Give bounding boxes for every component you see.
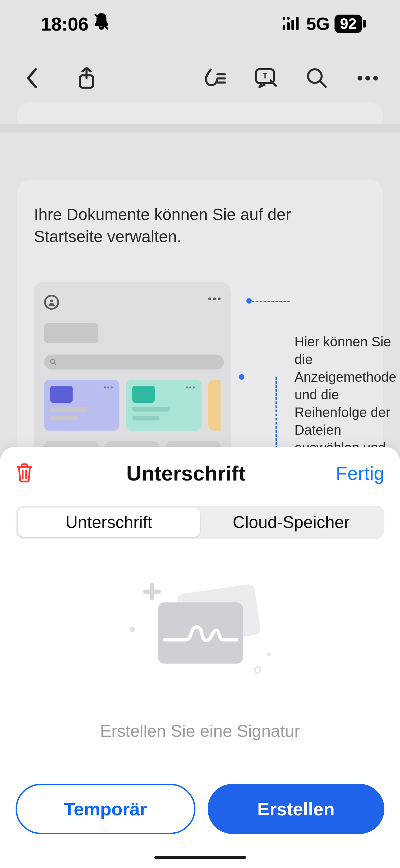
callout-dot-1 <box>246 298 252 304</box>
svg-point-5 <box>287 17 290 20</box>
search-icon[interactable] <box>305 66 329 90</box>
signature-illustration <box>129 582 271 684</box>
battery-indicator: 92 <box>335 15 366 33</box>
callout-dot-2 <box>239 374 244 380</box>
svg-point-12 <box>358 76 362 80</box>
svg-point-14 <box>373 76 378 80</box>
svg-point-15 <box>50 300 53 302</box>
empty-caption: Erstellen Sie eine Signatur <box>100 721 300 741</box>
empty-state: Erstellen Sie eine Signatur <box>0 539 400 784</box>
svg-point-21 <box>267 652 271 656</box>
svg-text:T: T <box>263 71 267 80</box>
dot-icon <box>129 626 136 633</box>
done-button[interactable]: Fertig <box>336 462 384 484</box>
tab-cloud-storage[interactable]: Cloud-Speicher <box>200 508 383 537</box>
bell-off-icon <box>93 13 110 35</box>
svg-rect-0 <box>283 25 285 30</box>
status-time: 18:06 <box>41 13 89 35</box>
preview-tile-2 <box>126 380 202 431</box>
svg-point-4 <box>283 17 285 20</box>
home-indicator[interactable] <box>154 856 246 859</box>
callout-connector <box>252 301 290 302</box>
ink-settings-icon[interactable] <box>203 66 227 90</box>
text-annotation-icon[interactable]: T <box>254 66 278 90</box>
preview-search <box>44 355 224 369</box>
delete-button[interactable] <box>16 463 36 484</box>
temporary-button[interactable]: Temporär <box>16 784 195 834</box>
signal-icon <box>283 14 302 34</box>
svg-point-16 <box>51 359 55 363</box>
sparkle-icon <box>142 582 161 601</box>
bg-divider <box>0 124 400 132</box>
bg-card-top <box>17 102 383 124</box>
toolbar: T <box>0 58 400 98</box>
sheet-title: Unterschrift <box>126 461 245 485</box>
dashboard-preview <box>34 282 231 458</box>
svg-rect-1 <box>287 22 290 30</box>
preview-tile-1 <box>44 380 119 431</box>
svg-point-17 <box>130 627 135 632</box>
svg-point-13 <box>365 76 370 80</box>
preview-tile-3 <box>208 380 221 431</box>
svg-point-6 <box>291 17 294 20</box>
battery-percent: 92 <box>335 15 362 33</box>
avatar-icon <box>44 295 59 310</box>
share-icon[interactable] <box>75 66 98 90</box>
segmented-control: Unterschrift Cloud-Speicher <box>16 506 384 539</box>
svg-rect-2 <box>291 20 294 30</box>
network-label: 5G <box>306 14 330 34</box>
more-icon[interactable] <box>356 66 380 90</box>
signature-sheet: Unterschrift Fertig Unterschrift Cloud-S… <box>0 447 400 868</box>
dot-icon-3 <box>267 652 271 657</box>
status-bar: 18:06 5G 92 <box>0 0 400 48</box>
tab-signature[interactable]: Unterschrift <box>18 508 200 537</box>
svg-point-20 <box>255 668 260 672</box>
svg-rect-3 <box>296 17 299 30</box>
back-button[interactable] <box>20 66 44 90</box>
preview-more-icon <box>208 297 221 300</box>
dot-icon-2 <box>254 666 261 674</box>
create-button[interactable]: Erstellen <box>208 784 385 834</box>
info-text: Ihre Dokumente können Sie auf der Starts… <box>34 204 346 248</box>
